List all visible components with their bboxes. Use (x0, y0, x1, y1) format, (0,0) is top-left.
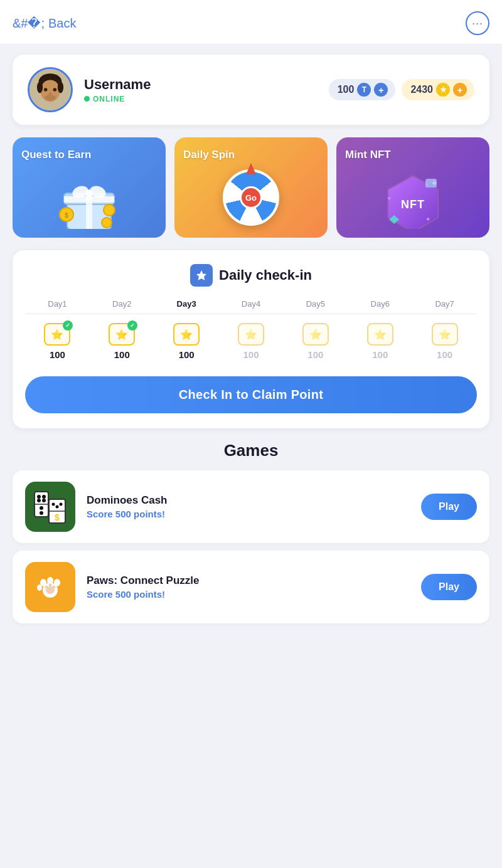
quest-title: Quest to Earn (21, 149, 91, 161)
day4-value: 100 (243, 349, 259, 360)
svg-point-52 (49, 584, 52, 587)
day6-label: Day6 (348, 299, 412, 309)
day1-star-icon: ⭐ (51, 329, 63, 341)
token-pill: 100 T + (329, 79, 396, 100)
dominoes-info: Dominoes Cash Score 500 points! (87, 494, 410, 519)
daily-spin-card[interactable]: Daily Spin Go (174, 137, 328, 238)
svg-point-15 (85, 189, 93, 197)
paws-score-value: 500 (115, 589, 131, 600)
star-icon: ★ (436, 83, 450, 97)
day1-check-badge: ✓ (63, 320, 73, 331)
day6-star-box: ⭐ (367, 323, 393, 346)
day3-star-box: ⭐ (173, 323, 200, 346)
games-section: Games $ (13, 441, 489, 631)
day3-value: 100 (179, 349, 195, 360)
svg-point-47 (54, 579, 60, 586)
main-content: Username ONLINE 100 T + 2430 ★ + Quest t… (0, 45, 502, 641)
day6-value: 100 (372, 349, 388, 360)
avatar-image (29, 67, 71, 112)
spin-wheel: Go (223, 169, 279, 226)
svg-point-32 (37, 495, 41, 499)
day4-star-icon: ⭐ (245, 329, 257, 341)
svg-point-37 (40, 511, 43, 515)
add-token-button[interactable]: + (374, 83, 388, 97)
add-star-button[interactable]: + (453, 83, 467, 97)
nft-image: NFT ✦ ✦ ✦ (345, 161, 481, 229)
days-divider (25, 314, 477, 314)
day2-star-icon: ⭐ (115, 329, 128, 341)
svg-text:$: $ (65, 212, 68, 219)
day5-label: Day5 (283, 299, 348, 309)
svg-point-50 (45, 586, 48, 589)
stars-row: ⭐ ✓ 100 ⭐ ✓ 100 ⭐ 100 (25, 323, 477, 360)
online-dot (84, 96, 90, 102)
paws-play-button[interactable]: Play (421, 574, 477, 600)
svg-point-8 (45, 95, 56, 100)
checkin-card: Daily check-in Day1 Day2 Day3 Day4 Day5 … (13, 250, 489, 428)
online-badge: ONLINE (84, 95, 318, 103)
day3-cell: ⭐ 100 (154, 323, 219, 360)
star-balance: 2430 (410, 84, 433, 95)
dominoes-play-button[interactable]: Play (421, 494, 477, 520)
mint-nft-card[interactable]: Mint NFT NFT ✦ (336, 137, 489, 238)
star-pill: 2430 ★ + (402, 79, 474, 100)
day3-star-icon: ⭐ (180, 329, 193, 341)
day5-star-box: ⭐ (302, 323, 329, 346)
paws-name: Paws: Connect Puzzle (87, 574, 410, 587)
feature-row: Quest to Earn (13, 137, 489, 238)
spin-image: Go (183, 161, 319, 229)
svg-point-48 (37, 585, 42, 591)
svg-text:NFT: NFT (401, 198, 425, 211)
profile-info: Username ONLINE (84, 77, 318, 103)
day7-value: 100 (437, 349, 452, 360)
svg-point-41 (52, 503, 55, 506)
svg-point-7 (49, 93, 52, 95)
dominoes-card: $ Dominoes Cash Score 500 points! Play (13, 470, 489, 543)
svg-point-51 (53, 586, 56, 589)
back-button[interactable]: &#�; Back (13, 16, 77, 31)
more-button[interactable]: ··· (466, 11, 489, 35)
svg-point-46 (47, 577, 53, 585)
games-section-title: Games (13, 441, 489, 460)
spin-center: Go (240, 186, 262, 209)
quest-to-earn-card[interactable]: Quest to Earn (13, 137, 166, 238)
svg-text:✦: ✦ (425, 216, 430, 223)
svg-text:✦: ✦ (387, 195, 392, 202)
back-label: Back (48, 16, 76, 31)
day1-label: Day1 (25, 299, 90, 309)
token-icon: T (357, 83, 371, 97)
day2-value: 100 (114, 349, 130, 360)
day1-star-box: ⭐ ✓ (44, 323, 70, 346)
day1-value: 100 (50, 349, 65, 360)
day2-label: Day2 (90, 299, 154, 309)
day7-star-box: ⭐ (432, 323, 458, 346)
paws-info: Paws: Connect Puzzle Score 500 points! (87, 574, 410, 600)
dominoes-name: Dominoes Cash (87, 494, 410, 507)
day4-star-box: ⭐ (238, 323, 264, 346)
svg-point-43 (56, 505, 59, 509)
svg-point-18 (104, 204, 115, 216)
day3-label: Day3 (154, 299, 219, 309)
dominoes-score-suffix: points! (131, 509, 165, 519)
day6-star-icon: ⭐ (374, 329, 387, 341)
dominoes-icon: $ (25, 482, 75, 532)
spin-title: Daily Spin (183, 149, 235, 161)
paws-score-suffix: points! (131, 589, 165, 600)
checkin-header: Daily check-in (25, 264, 477, 287)
checkin-button[interactable]: Check In to Claim Point (25, 376, 477, 413)
day5-star-icon: ⭐ (309, 329, 322, 341)
svg-point-6 (53, 88, 57, 92)
currency-group: 100 T + 2430 ★ + (329, 79, 474, 100)
quest-image: $ (21, 161, 157, 229)
paws-score-prefix: Score (87, 589, 115, 600)
svg-point-19 (102, 218, 112, 228)
days-labels-row: Day1 Day2 Day3 Day4 Day5 Day6 Day7 (25, 299, 477, 309)
svg-point-4 (58, 82, 63, 93)
token-balance: 100 (338, 84, 355, 95)
more-icon: ··· (472, 17, 483, 30)
spin-pointer (246, 163, 256, 174)
svg-point-42 (60, 503, 63, 506)
svg-point-33 (42, 495, 46, 499)
paws-score: Score 500 points! (87, 589, 410, 600)
checkin-title: Daily check-in (219, 267, 312, 283)
